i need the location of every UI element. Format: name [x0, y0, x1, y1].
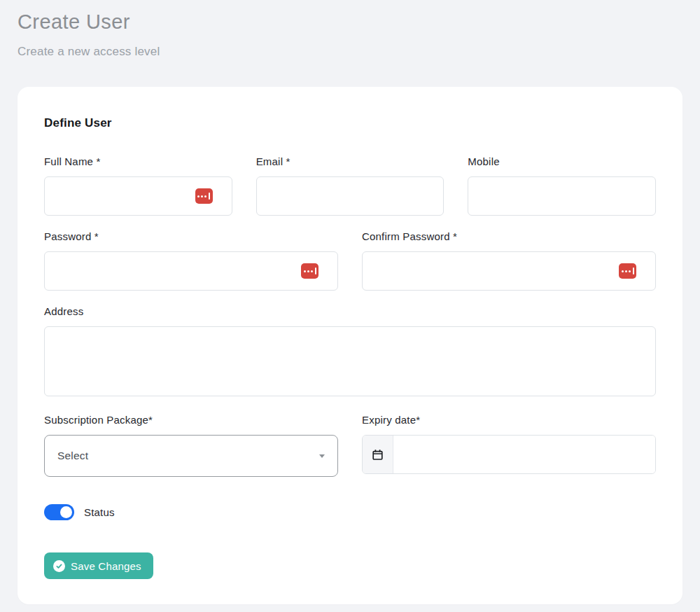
address-group: Address [44, 305, 656, 399]
mobile-label: Mobile [468, 155, 656, 167]
status-toggle[interactable] [44, 504, 74, 520]
email-label: Email * [256, 155, 444, 167]
address-textarea[interactable] [44, 326, 656, 396]
mobile-input[interactable] [468, 176, 656, 216]
autofill-cursor-bar [209, 193, 210, 200]
form-row-2: Password * Confirm Password * [44, 230, 656, 291]
mobile-input-wrap [468, 176, 656, 216]
full-name-input-wrap [44, 176, 232, 216]
password-autofill-icon[interactable] [619, 263, 636, 279]
autofill-dot [622, 270, 624, 272]
save-changes-button-label: Save Changes [71, 560, 141, 572]
confirm-password-group: Confirm Password * [362, 230, 656, 291]
email-group: Email * [256, 155, 444, 216]
check-circle-icon [53, 560, 65, 572]
address-label: Address [44, 305, 656, 317]
expiry-date-input-group [362, 435, 656, 474]
password-autofill-icon[interactable] [301, 263, 318, 279]
page-title: Create User [18, 11, 682, 34]
card-heading: Define User [44, 116, 656, 130]
subscription-package-select[interactable]: Select [44, 435, 338, 477]
autofill-dot [625, 270, 627, 272]
expiry-date-group: Expiry date* [362, 414, 656, 477]
status-toggle-knob [60, 506, 72, 518]
password-label: Password * [44, 230, 338, 242]
calendar-icon [372, 449, 384, 461]
autofill-cursor-bar [633, 267, 634, 274]
email-input[interactable] [256, 176, 444, 216]
autofill-dot [311, 270, 313, 272]
password-input-wrap [44, 251, 338, 291]
expiry-date-addon[interactable] [363, 436, 393, 473]
form-row-4: Subscription Package* Select Expiry date… [44, 414, 656, 477]
password-group: Password * [44, 230, 338, 291]
autofill-dot [307, 270, 309, 272]
page-subtitle: Create a new access level [18, 45, 682, 59]
status-toggle-row: Status [44, 504, 656, 520]
mobile-group: Mobile [468, 155, 656, 216]
full-name-group: Full Name * [44, 155, 232, 216]
email-input-wrap [256, 176, 444, 216]
create-user-card: Define User Full Name * Email * [18, 87, 682, 604]
confirm-password-input-wrap [362, 251, 656, 291]
full-name-label: Full Name * [44, 155, 232, 167]
autofill-dot [201, 195, 203, 197]
page: Create User Create a new access level De… [0, 0, 700, 612]
form-row-1: Full Name * Email * Mobi [44, 155, 656, 216]
form-row-3: Address [44, 305, 656, 399]
confirm-password-input[interactable] [362, 251, 656, 291]
autofill-dot [204, 195, 206, 197]
autofill-dot [304, 270, 306, 272]
subscription-package-label: Subscription Package* [44, 414, 338, 426]
autofill-dot [197, 195, 200, 197]
subscription-package-selected-value: Select [57, 450, 88, 462]
autofill-dot [629, 270, 631, 272]
chevron-down-icon [319, 454, 325, 458]
autofill-cursor-bar [315, 267, 316, 274]
password-input[interactable] [44, 251, 338, 291]
save-changes-button[interactable]: Save Changes [44, 552, 153, 579]
confirm-password-label: Confirm Password * [362, 230, 656, 242]
expiry-date-label: Expiry date* [362, 414, 656, 426]
subscription-package-group: Subscription Package* Select [44, 414, 338, 477]
status-toggle-label: Status [84, 506, 115, 518]
password-autofill-icon[interactable] [195, 188, 213, 204]
expiry-date-input[interactable] [393, 436, 655, 473]
